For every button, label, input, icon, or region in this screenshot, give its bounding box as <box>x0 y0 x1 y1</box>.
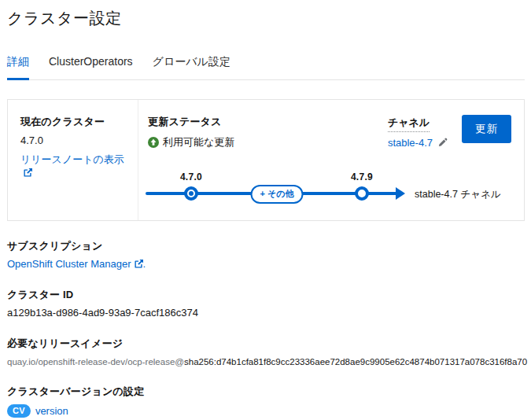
update-status-block: 更新ステータス 利用可能な更新 <box>148 115 388 149</box>
channel-path-visualization: 4.7.0 4.7.9 + その他 stable-4.7 チャネル <box>146 171 511 209</box>
tab-clusteroperators[interactable]: ClusterOperators <box>49 50 133 80</box>
current-cluster-heading: 現在のクラスター <box>20 115 127 129</box>
cluster-manager-label: OpenShift Cluster Manager <box>7 258 131 270</box>
edit-pencil-icon[interactable] <box>437 138 448 148</box>
channel-arrow-icon <box>396 187 405 200</box>
version-link[interactable]: version <box>35 405 68 417</box>
update-status-text: 利用可能な更新 <box>163 135 234 149</box>
release-image-section: 必要なリリースイメージ quay.io/openshift-release-de… <box>7 337 525 367</box>
cluster-manager-link[interactable]: OpenShift Cluster Manager <box>7 258 143 270</box>
subscription-suffix: . <box>143 258 146 270</box>
cluster-id-section: クラスター ID a129b13a-d986-4ad9-93a9-7cacf18… <box>7 288 525 319</box>
update-section: 更新ステータス 利用可能な更新 チャネル stable-4.7 更新 4 <box>138 100 524 220</box>
current-version-label: 4.7.0 <box>180 171 202 182</box>
next-version-node <box>355 186 369 201</box>
subscription-heading: サブスクリプション <box>7 239 525 253</box>
clusterversion-badge: CV <box>7 404 31 418</box>
external-link-icon <box>24 168 32 177</box>
channel-bar-label: stable-4.7 チャネル <box>415 188 501 201</box>
subscription-section: サブスクリプション OpenShift Cluster Manager. <box>7 239 525 270</box>
cluster-id-heading: クラスター ID <box>7 288 525 302</box>
update-button[interactable]: 更新 <box>462 115 511 143</box>
cluster-version-config-section: クラスターバージョンの設定 CV version <box>7 385 525 418</box>
current-cluster-section: 現在のクラスター 4.7.0 リリースノートの表示 <box>8 100 138 220</box>
cluster-version-config-heading: クラスターバージョンの設定 <box>7 385 525 399</box>
cluster-id-value: a129b13a-d986-4ad9-93a9-7cacf186c374 <box>7 307 525 319</box>
cluster-settings-page: クラスター設定 詳細 ClusterOperators グローバル設定 現在のク… <box>0 0 531 420</box>
release-image-value: quay.io/openshift-release-dev/ocp-releas… <box>7 357 525 367</box>
tab-global-configuration[interactable]: グローバル設定 <box>153 50 230 80</box>
current-cluster-version: 4.7.0 <box>20 134 127 146</box>
channel-link[interactable]: stable-4.7 <box>388 137 433 149</box>
current-version-node <box>184 186 198 201</box>
release-image-heading: 必要なリリースイメージ <box>7 337 525 351</box>
more-versions-pill[interactable]: + その他 <box>251 185 304 204</box>
release-image-sha: sha256:d74b1cfa81f8c9cc23336aee72d8ae9c9… <box>184 357 527 367</box>
channel-block: チャネル stable-4.7 <box>388 115 448 149</box>
tab-details[interactable]: 詳細 <box>7 50 29 80</box>
page-title: クラスター設定 <box>7 8 525 29</box>
next-version-label: 4.7.9 <box>351 171 373 182</box>
release-image-prefix: quay.io/openshift-release-dev/ocp-releas… <box>7 357 184 367</box>
arrow-circle-up-icon <box>148 137 159 148</box>
update-status-heading: 更新ステータス <box>148 115 388 129</box>
release-notes-label: リリースノートの表示 <box>20 153 124 165</box>
tab-bar: 詳細 ClusterOperators グローバル設定 <box>7 50 525 80</box>
external-link-icon <box>135 260 143 268</box>
cluster-version-card: 現在のクラスター 4.7.0 リリースノートの表示 更新ステータス 利用可能な更… <box>7 99 525 221</box>
channel-heading: チャネル <box>388 116 430 132</box>
release-notes-link[interactable]: リリースノートの表示 <box>20 153 124 179</box>
